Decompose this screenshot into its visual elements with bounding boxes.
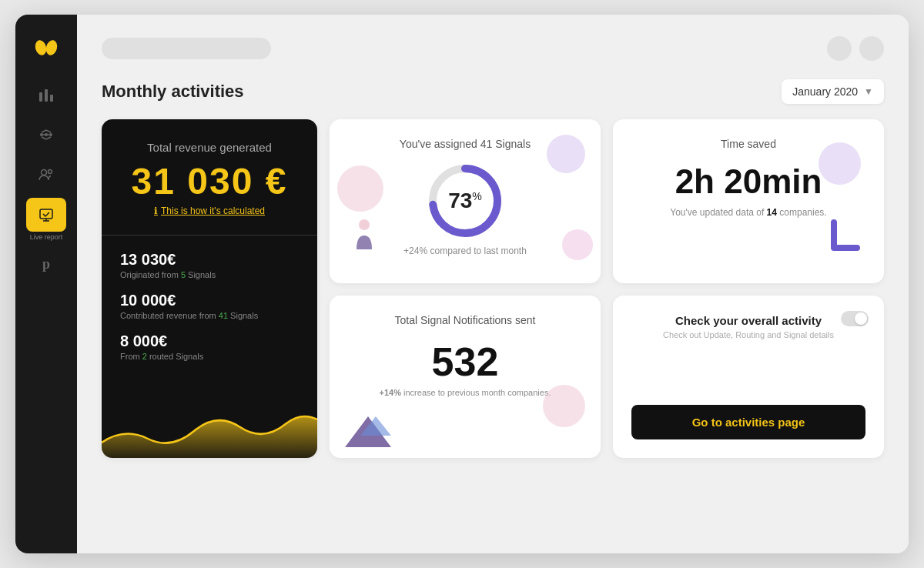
svg-point-11 bbox=[49, 170, 52, 174]
donut-container: 73% bbox=[348, 162, 582, 239]
revenue-stat-2-amount: 10 000€ bbox=[120, 292, 299, 309]
chevron-down-icon: ▼ bbox=[864, 86, 873, 97]
notifications-title: Total Signal Notifications sent bbox=[348, 314, 582, 326]
top-bar bbox=[102, 36, 884, 61]
info-icon: ℹ bbox=[154, 205, 158, 216]
blob-purple-2 bbox=[819, 142, 861, 185]
revenue-card: Total revenue generated 31 030 € ℹ This … bbox=[102, 119, 317, 458]
activity-card-title: Check your overall activity bbox=[631, 314, 865, 327]
revenue-stat-2: 10 000€ Contributed revenue from 41 Sign… bbox=[120, 292, 299, 320]
blob-pink-3 bbox=[543, 385, 585, 427]
triangle-decoration-2 bbox=[360, 416, 391, 439]
revenue-title: Total revenue generated bbox=[120, 141, 299, 154]
revenue-amount: 31 030 € bbox=[120, 160, 299, 202]
sidebar-item-users[interactable] bbox=[26, 158, 66, 192]
search-bar[interactable] bbox=[102, 38, 271, 59]
revenue-stat-2-label: Contributed revenue from 41 Signals bbox=[120, 311, 299, 320]
revenue-stat-1-label: Originated from 5 Signals bbox=[120, 270, 299, 279]
main-content: Monthly activities January 2020 ▼ Total … bbox=[77, 15, 909, 553]
time-saved-subtitle: You've updated data of 14 companies. bbox=[631, 207, 865, 218]
revenue-stat-1-amount: 13 030€ bbox=[120, 251, 299, 269]
svg-marker-19 bbox=[360, 416, 391, 436]
sidebar-item-signals[interactable] bbox=[26, 118, 66, 152]
svg-point-7 bbox=[49, 133, 52, 136]
svg-point-6 bbox=[45, 133, 48, 136]
notifications-card: Total Signal Notifications sent 532 +14%… bbox=[330, 296, 601, 458]
l-shape-decoration bbox=[822, 219, 861, 260]
revenue-wave bbox=[102, 396, 317, 458]
month-selector[interactable]: January 2020 ▼ bbox=[782, 79, 884, 104]
cards-grid: Total revenue generated 31 030 € ℹ This … bbox=[102, 119, 884, 458]
svg-rect-12 bbox=[40, 209, 52, 219]
sidebar-item-live-report[interactable]: Live report bbox=[20, 198, 72, 241]
activity-card-subtitle: Check out Update, Routing and Signal det… bbox=[631, 330, 865, 339]
revenue-stat-1: 13 030€ Originated from 5 Signals bbox=[120, 251, 299, 279]
svg-rect-2 bbox=[39, 92, 42, 102]
go-to-activities-button[interactable]: Go to activities page bbox=[631, 405, 865, 439]
page-header: Monthly activities January 2020 ▼ bbox=[102, 79, 884, 104]
activity-toggle[interactable] bbox=[841, 311, 869, 326]
month-selector-label: January 2020 bbox=[792, 85, 858, 98]
svg-point-10 bbox=[42, 170, 47, 175]
revenue-stat-3-amount: 8 000€ bbox=[120, 332, 299, 350]
revenue-divider bbox=[102, 235, 317, 236]
svg-point-0 bbox=[34, 39, 49, 57]
revenue-calculated-link[interactable]: ℹ This is how it's calculated bbox=[120, 205, 299, 216]
donut-value: 73% bbox=[448, 189, 482, 213]
sidebar-live-report-label: Live report bbox=[30, 233, 63, 241]
notifications-value: 532 bbox=[348, 339, 582, 385]
time-saved-card: Time saved 2h 20min You've updated data … bbox=[613, 119, 884, 283]
sidebar-item-analytics[interactable] bbox=[26, 78, 66, 112]
sidebar-item-productboard[interactable]: p bbox=[26, 247, 66, 281]
app-logo bbox=[29, 28, 63, 62]
page-title: Monthly activities bbox=[102, 82, 244, 102]
signals-card-subtitle: +24% compared to last month bbox=[348, 246, 582, 256]
svg-rect-4 bbox=[50, 95, 53, 102]
top-bar-actions bbox=[827, 36, 884, 61]
revenue-stat-3-label: From 2 routed Signals bbox=[120, 352, 299, 361]
activity-card: Check your overall activity Check out Up… bbox=[613, 296, 884, 458]
profile-button[interactable] bbox=[859, 36, 884, 61]
svg-rect-3 bbox=[45, 89, 48, 102]
notification-button[interactable] bbox=[827, 36, 852, 61]
revenue-stat-3: 8 000€ From 2 routed Signals bbox=[120, 332, 299, 361]
sidebar: Live report p bbox=[15, 15, 77, 553]
svg-point-1 bbox=[45, 39, 59, 57]
svg-point-5 bbox=[40, 133, 43, 136]
signals-card: You've assigned 41 Signals 73% +24% comp… bbox=[330, 119, 601, 283]
